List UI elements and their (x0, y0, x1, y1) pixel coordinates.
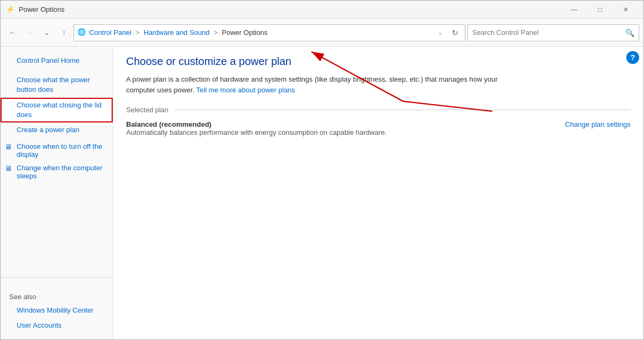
sidebar-item-create-plan[interactable]: Create a power plan (1, 122, 113, 138)
sidebar-sleep-label: Change when the computer sleeps (17, 164, 104, 180)
minimize-button[interactable]: — (562, 1, 587, 19)
breadcrumb-sep-2: > (214, 28, 219, 37)
help-button[interactable]: ? (626, 51, 639, 64)
section-label: Selected plan (126, 106, 169, 114)
page-title: Choose or customize a power plan (126, 55, 631, 68)
title-bar-left: ⚡ Power Options (6, 5, 64, 14)
forward-button[interactable]: → (22, 25, 37, 40)
sidebar-item-closing-lid[interactable]: Choose what closing the lid does (1, 98, 113, 122)
maximize-button[interactable]: □ (588, 1, 612, 19)
display-icon: 🖥 (5, 143, 13, 151)
plan-name: Balanced (recommended) (126, 120, 387, 128)
dropdown-nav-button[interactable]: ⌄ (39, 25, 54, 40)
sidebar-display-label: Choose when to turn off the display (17, 142, 104, 158)
sidebar-item-display[interactable]: 🖥 Choose when to turn off the display (1, 140, 113, 161)
see-also: See also Windows Mobility Center User Ac… (1, 277, 113, 333)
search-button[interactable]: 🔍 (625, 28, 634, 37)
window-icon: ⚡ (6, 5, 14, 14)
plan-description: Automatically balances performance with … (126, 128, 387, 136)
search-input[interactable] (472, 28, 622, 37)
address-icon: 🌐 (77, 28, 87, 38)
sleep-icon: 🖥 (5, 164, 13, 173)
sidebar-item-user-accounts[interactable]: User Accounts (1, 318, 113, 333)
window-title: Power Options (19, 5, 64, 13)
main-panel: ? Choose or customize a power plan A pow… (113, 47, 643, 339)
back-button[interactable]: ← (5, 25, 20, 40)
intro-body: A power plan is a collection of hardware… (126, 75, 497, 94)
see-also-label: See also (1, 284, 113, 303)
intro-text: A power plan is a collection of hardware… (126, 74, 502, 95)
close-button[interactable]: ✕ (613, 1, 638, 19)
sidebar: Control Panel Home Choose what the power… (1, 47, 113, 339)
window: ⚡ Power Options — □ ✕ ← → ⌄ ↑ 🌐 Control … (0, 0, 644, 340)
sidebar-item-power-button[interactable]: Choose what the power button does (1, 73, 113, 97)
sidebar-item-sleep[interactable]: 🖥 Change when the computer sleeps (1, 161, 113, 183)
sidebar-nav: Control Panel Home Choose what the power… (1, 53, 113, 277)
content-area: Control Panel Home Choose what the power… (1, 47, 643, 339)
address-dropdown-button[interactable]: ⌄ (434, 25, 447, 40)
breadcrumb-sep-1: > (135, 28, 141, 37)
section-divider (175, 110, 631, 110)
breadcrumb-power-options: Power Options (222, 28, 267, 37)
address-bar[interactable]: 🌐 Control Panel > Hardware and Sound > P… (74, 24, 465, 41)
title-bar: ⚡ Power Options — □ ✕ (1, 1, 643, 19)
nav-bar: ← → ⌄ ↑ 🌐 Control Panel > Hardware and S… (1, 19, 643, 47)
breadcrumb-control-panel[interactable]: Control Panel (89, 28, 131, 37)
breadcrumb-hardware[interactable]: Hardware and Sound (144, 28, 210, 37)
sidebar-item-home[interactable]: Control Panel Home (1, 53, 113, 68)
tell-me-more-link[interactable]: Tell me more about power plans (196, 86, 295, 94)
search-box[interactable]: 🔍 (467, 24, 639, 41)
section-header: Selected plan (126, 106, 631, 114)
sidebar-item-mobility-center[interactable]: Windows Mobility Center (1, 303, 113, 318)
title-bar-controls: — □ ✕ (562, 1, 638, 19)
up-button[interactable]: ↑ (56, 25, 71, 40)
plan-info: Balanced (recommended) Automatically bal… (126, 120, 387, 136)
breadcrumb: Control Panel > Hardware and Sound > Pow… (89, 28, 431, 37)
address-refresh-button[interactable]: ↻ (449, 25, 462, 40)
change-plan-link[interactable]: Change plan settings (565, 120, 631, 128)
plan-row: Balanced (recommended) Automatically bal… (126, 120, 631, 136)
